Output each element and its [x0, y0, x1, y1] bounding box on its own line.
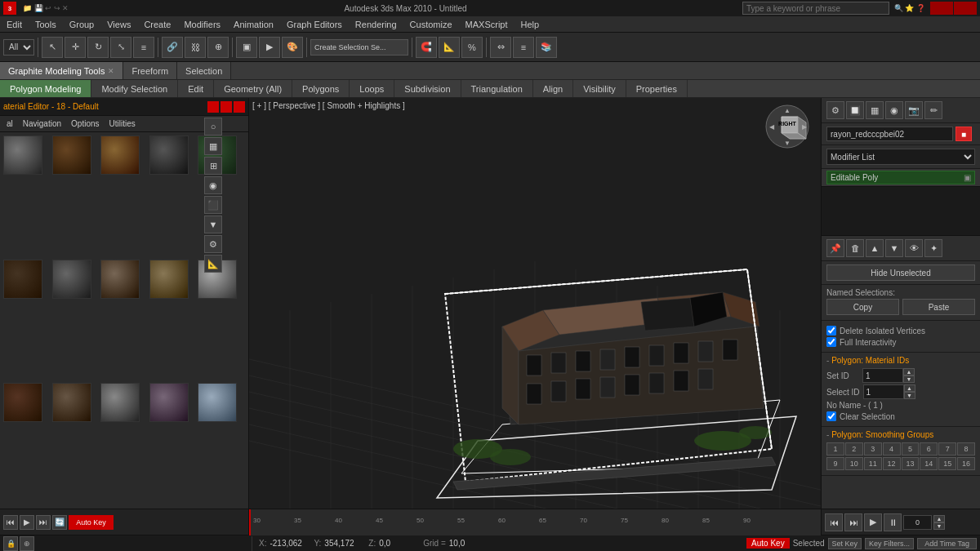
ref-coord-btn[interactable]: ≡	[133, 37, 154, 58]
anim-ctrl-2[interactable]: ⏭	[844, 513, 862, 531]
render-btn[interactable]: ▣	[236, 37, 257, 58]
mat-red-btn-2[interactable]	[220, 101, 232, 113]
stack-pin[interactable]: 📌	[826, 239, 844, 257]
material-editor-btn[interactable]: 🎨	[282, 37, 303, 58]
timeline-ruler[interactable]: 30 35 40 45 50 55 60 65 70 75 80 85 90	[249, 509, 821, 535]
snap-btn[interactable]: 🧲	[416, 37, 437, 58]
rotate-tool-btn[interactable]: ↻	[87, 37, 109, 58]
smooth-4[interactable]: 4	[883, 442, 901, 455]
smooth-7[interactable]: 7	[938, 442, 956, 455]
smooth-11[interactable]: 11	[864, 457, 882, 470]
stack-show-result[interactable]: 👁	[905, 239, 923, 257]
viewport[interactable]: [ + ] [ Perspective ] [ Smooth + Highlig…	[249, 98, 821, 509]
hide-unselected-btn[interactable]: Hide Unselected	[826, 264, 975, 281]
smooth-1[interactable]: 1	[826, 442, 844, 455]
material-swatch-14[interactable]	[149, 383, 189, 422]
viewport-cube[interactable]: RIGHT ▲ ▼ ◀ ▶	[765, 104, 814, 153]
tab-polygons[interactable]: Polygons	[292, 80, 350, 97]
smooth-5[interactable]: 5	[902, 442, 920, 455]
mat-tool-8[interactable]: 📐	[204, 255, 222, 273]
search-input[interactable]	[742, 2, 889, 15]
select-id-input[interactable]	[863, 384, 904, 399]
set-id-down[interactable]: ▼	[903, 375, 915, 383]
frame-down[interactable]: ▼	[933, 522, 945, 530]
graphite-tools-tab[interactable]: Graphite Modeling Tools ✕	[0, 62, 123, 79]
frame-up[interactable]: ▲	[933, 515, 945, 522]
smooth-8[interactable]: 8	[957, 442, 975, 455]
paste-btn[interactable]: Paste	[902, 299, 975, 315]
mat-tool-4[interactable]: ◉	[204, 176, 222, 194]
smooth-14[interactable]: 14	[920, 457, 938, 470]
selection-tab[interactable]: Selection	[177, 62, 231, 79]
tab-modify-selection[interactable]: Modify Selection	[91, 80, 178, 97]
menu-rendering[interactable]: Rendering	[349, 16, 403, 32]
material-swatch-8[interactable]	[100, 260, 140, 299]
nav-item-options[interactable]: Options	[68, 118, 102, 129]
menu-tools[interactable]: Tools	[29, 16, 63, 32]
mat-tool-2[interactable]: ▦	[204, 137, 222, 155]
rp-icon-modify[interactable]: ✏	[924, 101, 942, 119]
smooth-3[interactable]: 3	[864, 442, 882, 455]
material-swatch-9[interactable]	[149, 260, 189, 299]
select-id-down[interactable]: ▼	[904, 392, 915, 399]
layer-btn[interactable]: 📚	[536, 37, 557, 58]
timeline-loop[interactable]: 🔄	[52, 515, 67, 530]
modifier-list-dropdown[interactable]: Modifier List	[826, 149, 975, 165]
menu-group[interactable]: Group	[63, 16, 101, 32]
rp-icon-settings[interactable]: ⚙	[826, 101, 844, 119]
material-swatch-1[interactable]	[3, 136, 42, 175]
nav-item-utilities[interactable]: Utilities	[106, 118, 139, 129]
anim-ctrl-1[interactable]: ⏮	[825, 513, 843, 531]
material-swatch-13[interactable]	[100, 383, 140, 422]
move-tool-btn[interactable]: ✛	[65, 37, 86, 58]
menu-animation[interactable]: Animation	[227, 16, 280, 32]
tab-properties[interactable]: Properties	[626, 80, 688, 97]
mat-red-btn-1[interactable]	[207, 101, 219, 113]
add-time-tag-btn[interactable]: Add Time Tag	[917, 538, 977, 549]
smooth-13[interactable]: 13	[902, 457, 920, 470]
maximize-icon[interactable]	[954, 2, 977, 15]
tab-align[interactable]: Align	[533, 80, 573, 97]
set-id-up[interactable]: ▲	[903, 368, 915, 375]
stack-move-up[interactable]: ▲	[866, 239, 884, 257]
smooth-12[interactable]: 12	[883, 457, 901, 470]
menu-help[interactable]: Help	[514, 16, 546, 32]
tab-edit[interactable]: Edit	[178, 80, 214, 97]
key-filters-btn[interactable]: Key Filters...	[865, 538, 914, 549]
material-swatch-7[interactable]	[52, 260, 91, 299]
set-key-btn[interactable]: Set Key	[828, 538, 862, 549]
freeform-tab[interactable]: Freeform	[123, 62, 177, 79]
smooth-15[interactable]: 15	[938, 457, 956, 470]
material-swatch-4[interactable]	[149, 136, 189, 175]
menu-create[interactable]: Create	[137, 16, 177, 32]
material-swatch-6[interactable]	[3, 260, 42, 299]
frame-input[interactable]	[903, 515, 932, 530]
bind-btn[interactable]: ⊕	[207, 37, 229, 58]
full-interactivity-checkbox[interactable]	[826, 337, 836, 347]
menu-views[interactable]: Views	[100, 16, 137, 32]
stack-delete[interactable]: 🗑	[846, 239, 864, 257]
select-tool-btn[interactable]: ↖	[42, 37, 63, 58]
stack-move-down[interactable]: ▼	[885, 239, 903, 257]
menu-customize[interactable]: Customize	[403, 16, 459, 32]
align-btn[interactable]: ≡	[513, 37, 534, 58]
timeline-play[interactable]: ▶	[20, 515, 34, 530]
material-swatch-15[interactable]	[198, 383, 237, 422]
editable-poly-item[interactable]: Editable Poly ▣	[826, 171, 975, 184]
smooth-2[interactable]: 2	[845, 442, 863, 455]
stack-make-unique[interactable]: ✦	[924, 239, 942, 257]
quick-render-btn[interactable]: ▶	[259, 37, 280, 58]
delete-isolated-checkbox[interactable]	[826, 326, 836, 335]
menu-maxscript[interactable]: MAXScript	[459, 16, 514, 32]
clear-selection-checkbox[interactable]	[826, 411, 836, 421]
auto-key-indicator[interactable]: Auto Key	[746, 538, 790, 549]
material-swatch-11[interactable]	[3, 383, 42, 422]
nav-item-al[interactable]: al	[3, 118, 16, 129]
viewport-type-btn[interactable]: ⊕	[20, 536, 34, 551]
selection-set-dropdown[interactable]: Create Selection Se...	[310, 39, 408, 56]
smooth-6[interactable]: 6	[920, 442, 938, 455]
percent-snap-btn[interactable]: %	[461, 37, 483, 58]
mirror-btn[interactable]: ⇔	[490, 37, 511, 58]
tab-geometry[interactable]: Geometry (All)	[214, 80, 292, 97]
tab-visibility[interactable]: Visibility	[573, 80, 626, 97]
